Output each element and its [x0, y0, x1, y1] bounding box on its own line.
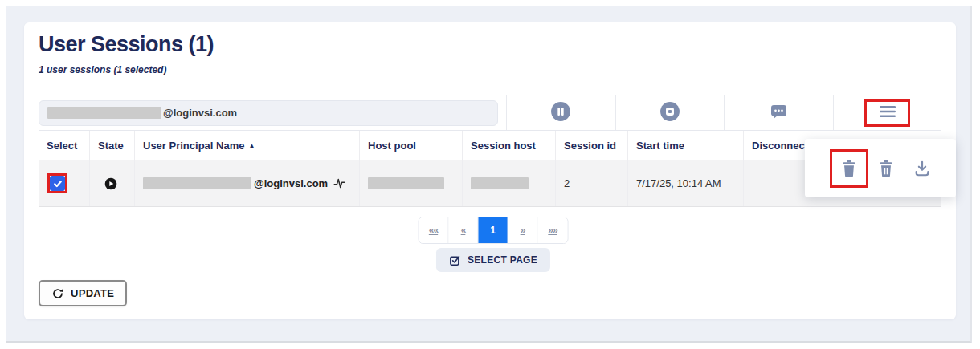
- chat-bubble-icon: [768, 102, 789, 124]
- checkbox-check-icon: [449, 254, 461, 266]
- redacted-username: [47, 107, 161, 119]
- col-header-session-host[interactable]: Session host: [463, 131, 556, 160]
- col-header-upn[interactable]: User Principal Name ▲: [135, 131, 360, 160]
- sessions-toolbar: @loginvsi.com: [39, 95, 941, 131]
- select-page-label: SELECT PAGE: [468, 254, 537, 266]
- search-cell: @loginvsi.com: [39, 95, 506, 130]
- stop-circle-icon: [659, 101, 680, 125]
- search-input[interactable]: @loginvsi.com: [39, 100, 498, 126]
- highlight-box-menu: [864, 99, 910, 127]
- pagination-prev-button[interactable]: «: [449, 217, 479, 243]
- highlight-box-checkbox: [50, 176, 65, 191]
- selection-summary: 1 user sessions (1 selected): [39, 64, 166, 75]
- col-header-start-time[interactable]: Start time: [628, 131, 744, 160]
- activity-icon: [333, 177, 345, 189]
- pagination-next-button[interactable]: »: [508, 217, 538, 243]
- redacted-upn: [143, 177, 251, 189]
- dropdown-divider: [904, 157, 904, 180]
- row-checkbox[interactable]: [50, 176, 65, 191]
- cell-upn: @loginvsi.com: [135, 160, 360, 206]
- pagination-page-1[interactable]: 1: [479, 217, 508, 243]
- cell-select: [39, 160, 90, 206]
- update-button[interactable]: UPDATE: [39, 280, 127, 306]
- highlight-box-delete: [830, 149, 868, 188]
- cell-session-host: [463, 160, 556, 206]
- send-message-button[interactable]: [724, 95, 833, 130]
- cell-state: [90, 160, 135, 206]
- select-page-button[interactable]: SELECT PAGE: [436, 248, 550, 272]
- hamburger-menu-icon[interactable]: [878, 104, 897, 122]
- pause-circle-icon: [550, 101, 571, 125]
- update-label: UPDATE: [71, 287, 114, 299]
- redacted-session-host: [471, 177, 529, 189]
- cell-host-pool: [360, 160, 463, 206]
- pagination-first-button[interactable]: ««: [419, 217, 449, 243]
- download-session-data-icon[interactable]: [913, 160, 931, 177]
- delete-session-forever-icon[interactable]: [877, 159, 895, 178]
- stop-session-button[interactable]: [615, 95, 725, 130]
- search-input-value: @loginvsi.com: [163, 107, 237, 119]
- pagination: «« « 1 » »»: [419, 217, 569, 244]
- col-header-state[interactable]: State: [90, 131, 135, 160]
- more-actions-cell: [833, 95, 942, 130]
- redacted-host-pool: [368, 177, 444, 189]
- cell-start-time: 7/17/25, 10:14 AM: [628, 160, 744, 206]
- cell-session-id: 2: [556, 160, 628, 206]
- delete-session-icon[interactable]: [840, 159, 858, 178]
- pause-session-button[interactable]: [506, 95, 615, 130]
- refresh-icon: [51, 287, 64, 300]
- upn-suffix: @loginvsi.com: [254, 177, 328, 189]
- col-header-session-id[interactable]: Session id: [556, 131, 628, 160]
- sort-ascending-icon: ▲: [248, 142, 255, 149]
- page-title: User Sessions (1): [39, 32, 214, 57]
- pagination-last-button[interactable]: »»: [538, 217, 568, 243]
- col-header-upn-label: User Principal Name: [143, 140, 244, 152]
- actions-dropdown-menu: [805, 139, 956, 197]
- play-circle-icon: [104, 177, 117, 190]
- col-header-select[interactable]: Select: [39, 131, 90, 160]
- col-header-host-pool[interactable]: Host pool: [360, 131, 463, 160]
- check-icon: [53, 179, 63, 189]
